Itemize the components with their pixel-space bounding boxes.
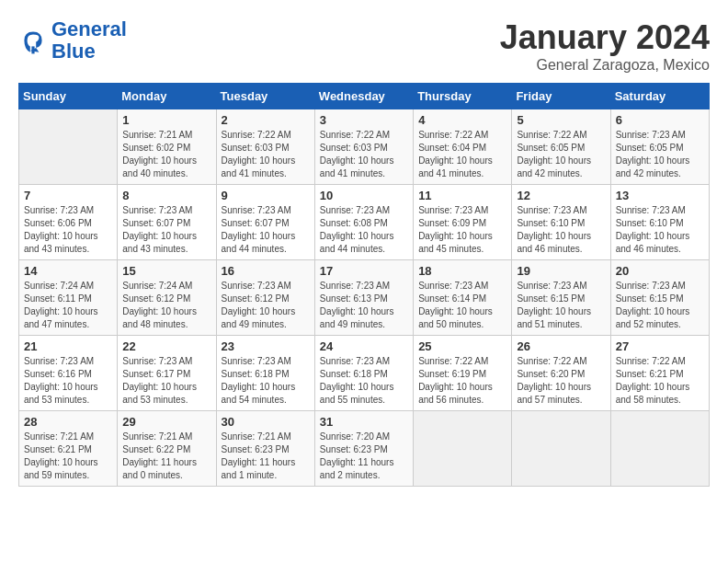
- day-number: 30: [222, 415, 310, 429]
- calendar-day-cell: [512, 411, 610, 487]
- day-number: 13: [616, 189, 704, 202]
- day-number: 9: [222, 189, 310, 202]
- day-info: Sunrise: 7:22 AM Sunset: 6:05 PM Dayligh…: [517, 129, 605, 180]
- calendar-day-cell: 20Sunrise: 7:23 AM Sunset: 6:15 PM Dayli…: [610, 260, 709, 336]
- day-info: Sunrise: 7:21 AM Sunset: 6:23 PM Dayligh…: [222, 431, 310, 482]
- calendar-day-cell: 19Sunrise: 7:23 AM Sunset: 6:15 PM Dayli…: [512, 260, 610, 336]
- calendar-week-row: 28Sunrise: 7:21 AM Sunset: 6:21 PM Dayli…: [19, 411, 710, 487]
- location-subtitle: General Zaragoza, Mexico: [500, 57, 710, 74]
- calendar-day-cell: 11Sunrise: 7:23 AM Sunset: 6:09 PM Dayli…: [414, 185, 512, 260]
- day-info: Sunrise: 7:23 AM Sunset: 6:13 PM Dayligh…: [320, 280, 408, 331]
- day-number: 31: [320, 415, 408, 429]
- calendar-week-row: 7Sunrise: 7:23 AM Sunset: 6:06 PM Daylig…: [19, 185, 710, 260]
- day-info: Sunrise: 7:22 AM Sunset: 6:03 PM Dayligh…: [320, 129, 408, 180]
- day-number: 17: [320, 264, 408, 278]
- day-info: Sunrise: 7:23 AM Sunset: 6:07 PM Dayligh…: [222, 204, 310, 256]
- logo-line2: Blue: [51, 40, 96, 63]
- day-number: 4: [418, 113, 506, 127]
- day-info: Sunrise: 7:21 AM Sunset: 6:21 PM Dayligh…: [24, 431, 112, 482]
- calendar-day-cell: 13Sunrise: 7:23 AM Sunset: 6:10 PM Dayli…: [610, 185, 709, 260]
- calendar-day-cell: 6Sunrise: 7:23 AM Sunset: 6:05 PM Daylig…: [610, 109, 709, 185]
- day-info: Sunrise: 7:24 AM Sunset: 6:12 PM Dayligh…: [122, 280, 210, 331]
- day-number: 8: [122, 189, 210, 202]
- day-number: 14: [24, 264, 112, 278]
- calendar-day-cell: 9Sunrise: 7:23 AM Sunset: 6:07 PM Daylig…: [216, 185, 314, 260]
- calendar-day-cell: 14Sunrise: 7:24 AM Sunset: 6:11 PM Dayli…: [19, 260, 118, 336]
- calendar-day-cell: 15Sunrise: 7:24 AM Sunset: 6:12 PM Dayli…: [118, 260, 216, 336]
- logo-line1: General: [51, 17, 127, 40]
- day-number: 26: [517, 339, 605, 353]
- calendar-week-row: 14Sunrise: 7:24 AM Sunset: 6:11 PM Dayli…: [19, 260, 710, 336]
- day-number: 10: [320, 189, 408, 202]
- day-info: Sunrise: 7:23 AM Sunset: 6:08 PM Dayligh…: [320, 204, 408, 256]
- day-number: 11: [418, 189, 506, 202]
- day-number: 1: [122, 113, 210, 127]
- day-info: Sunrise: 7:23 AM Sunset: 6:15 PM Dayligh…: [616, 280, 704, 331]
- day-number: 15: [122, 264, 210, 278]
- day-info: Sunrise: 7:23 AM Sunset: 6:12 PM Dayligh…: [222, 280, 310, 331]
- day-info: Sunrise: 7:22 AM Sunset: 6:03 PM Dayligh…: [222, 129, 310, 180]
- day-info: Sunrise: 7:22 AM Sunset: 6:04 PM Dayligh…: [418, 129, 506, 180]
- calendar-day-cell: 1Sunrise: 7:21 AM Sunset: 6:02 PM Daylig…: [118, 109, 216, 185]
- calendar-day-cell: 17Sunrise: 7:23 AM Sunset: 6:13 PM Dayli…: [314, 260, 413, 336]
- day-number: 5: [517, 113, 605, 127]
- header-row: SundayMondayTuesdayWednesdayThursdayFrid…: [19, 84, 710, 109]
- logo-icon: [18, 26, 48, 55]
- day-info: Sunrise: 7:23 AM Sunset: 6:15 PM Dayligh…: [517, 280, 605, 331]
- day-info: Sunrise: 7:23 AM Sunset: 6:07 PM Dayligh…: [122, 204, 210, 256]
- day-of-week-header: Thursday: [414, 84, 512, 109]
- day-info: Sunrise: 7:23 AM Sunset: 6:06 PM Dayligh…: [24, 204, 112, 256]
- day-number: 28: [24, 415, 112, 429]
- day-info: Sunrise: 7:23 AM Sunset: 6:18 PM Dayligh…: [222, 355, 310, 407]
- day-number: 7: [24, 189, 112, 202]
- calendar-day-cell: 5Sunrise: 7:22 AM Sunset: 6:05 PM Daylig…: [512, 109, 610, 185]
- day-number: 21: [24, 339, 112, 353]
- calendar-day-cell: 31Sunrise: 7:20 AM Sunset: 6:23 PM Dayli…: [314, 411, 413, 487]
- day-number: 24: [320, 339, 408, 353]
- day-info: Sunrise: 7:24 AM Sunset: 6:11 PM Dayligh…: [24, 280, 112, 331]
- day-number: 25: [418, 339, 506, 353]
- calendar-day-cell: 18Sunrise: 7:23 AM Sunset: 6:14 PM Dayli…: [414, 260, 512, 336]
- day-info: Sunrise: 7:21 AM Sunset: 6:02 PM Dayligh…: [122, 129, 210, 180]
- day-number: 27: [616, 339, 704, 353]
- day-info: Sunrise: 7:23 AM Sunset: 6:09 PM Dayligh…: [418, 204, 506, 256]
- day-of-week-header: Tuesday: [216, 84, 314, 109]
- calendar-day-cell: 12Sunrise: 7:23 AM Sunset: 6:10 PM Dayli…: [512, 185, 610, 260]
- day-info: Sunrise: 7:22 AM Sunset: 6:19 PM Dayligh…: [418, 355, 506, 407]
- calendar-day-cell: 24Sunrise: 7:23 AM Sunset: 6:18 PM Dayli…: [314, 336, 413, 411]
- day-number: 2: [222, 113, 310, 127]
- day-number: 23: [222, 339, 310, 353]
- calendar-table: SundayMondayTuesdayWednesdayThursdayFrid…: [18, 83, 710, 487]
- day-info: Sunrise: 7:23 AM Sunset: 6:10 PM Dayligh…: [616, 204, 704, 256]
- day-of-week-header: Sunday: [19, 84, 118, 109]
- calendar-day-cell: 22Sunrise: 7:23 AM Sunset: 6:17 PM Dayli…: [118, 336, 216, 411]
- day-info: Sunrise: 7:23 AM Sunset: 6:18 PM Dayligh…: [320, 355, 408, 407]
- calendar-day-cell: 3Sunrise: 7:22 AM Sunset: 6:03 PM Daylig…: [314, 109, 413, 185]
- calendar-week-row: 21Sunrise: 7:23 AM Sunset: 6:16 PM Dayli…: [19, 336, 710, 411]
- day-of-week-header: Friday: [512, 84, 610, 109]
- calendar-day-cell: 4Sunrise: 7:22 AM Sunset: 6:04 PM Daylig…: [414, 109, 512, 185]
- day-number: 12: [517, 189, 605, 202]
- day-info: Sunrise: 7:23 AM Sunset: 6:14 PM Dayligh…: [418, 280, 506, 331]
- day-number: 19: [517, 264, 605, 278]
- calendar-day-cell: [610, 411, 709, 487]
- day-info: Sunrise: 7:23 AM Sunset: 6:10 PM Dayligh…: [517, 204, 605, 256]
- day-info: Sunrise: 7:23 AM Sunset: 6:05 PM Dayligh…: [616, 129, 704, 180]
- calendar-day-cell: 10Sunrise: 7:23 AM Sunset: 6:08 PM Dayli…: [314, 185, 413, 260]
- calendar-day-cell: [414, 411, 512, 487]
- day-info: Sunrise: 7:22 AM Sunset: 6:20 PM Dayligh…: [517, 355, 605, 407]
- day-of-week-header: Saturday: [610, 84, 709, 109]
- day-info: Sunrise: 7:23 AM Sunset: 6:16 PM Dayligh…: [24, 355, 112, 407]
- day-number: 22: [122, 339, 210, 353]
- day-of-week-header: Monday: [118, 84, 216, 109]
- calendar-day-cell: 2Sunrise: 7:22 AM Sunset: 6:03 PM Daylig…: [216, 109, 314, 185]
- calendar-day-cell: 8Sunrise: 7:23 AM Sunset: 6:07 PM Daylig…: [118, 185, 216, 260]
- day-info: Sunrise: 7:20 AM Sunset: 6:23 PM Dayligh…: [320, 431, 408, 482]
- day-info: Sunrise: 7:22 AM Sunset: 6:21 PM Dayligh…: [616, 355, 704, 407]
- day-number: 29: [122, 415, 210, 429]
- calendar-day-cell: 23Sunrise: 7:23 AM Sunset: 6:18 PM Dayli…: [216, 336, 314, 411]
- calendar-day-cell: 25Sunrise: 7:22 AM Sunset: 6:19 PM Dayli…: [414, 336, 512, 411]
- day-of-week-header: Wednesday: [314, 84, 413, 109]
- day-number: 20: [616, 264, 704, 278]
- day-number: 6: [616, 113, 704, 127]
